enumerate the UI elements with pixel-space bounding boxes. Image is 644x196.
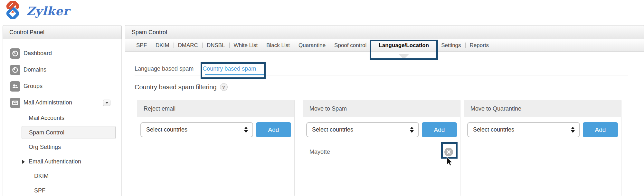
sidebar-item-org-settings[interactable]: Org Settings	[3, 140, 121, 154]
sidebar-item-label: SPF	[34, 187, 45, 194]
move-to-quarantine-country-select[interactable]: Select countries	[467, 122, 580, 137]
select-value: Select countries	[146, 126, 187, 133]
sidebar-item-label: Domains	[24, 66, 46, 73]
mail-administration-collapse-button[interactable]	[103, 100, 110, 106]
remove-country-button[interactable]	[444, 148, 453, 156]
zylker-logo-icon	[4, 1, 22, 21]
reject-email-add-button[interactable]: Add	[256, 122, 291, 137]
active-subtab-underline	[205, 74, 266, 75]
dashboard-icon	[10, 48, 20, 59]
panel-move-to-quarantine: Move to Quarantine Select countries Add	[464, 100, 621, 196]
select-arrows-icon	[571, 127, 575, 133]
select-value: Select countries	[473, 126, 514, 133]
move-to-quarantine-country-list	[464, 143, 621, 196]
sidebar-item-label: Email Authentication	[29, 158, 81, 165]
sidebar-item-spam-control[interactable]: Spam Control	[22, 126, 116, 139]
sidebar-item-label: Mail Administration	[24, 99, 72, 106]
sidebar-item-email-authentication[interactable]: Email Authentication	[3, 154, 121, 169]
help-icon[interactable]: ?	[220, 83, 228, 91]
brand-name: Zylker	[26, 4, 70, 18]
expand-triangle-icon	[22, 160, 25, 164]
tab-reports[interactable]: Reports	[466, 42, 493, 49]
move-to-spam-country-select[interactable]: Select countries	[306, 122, 419, 137]
page-title: Spam Control	[125, 25, 644, 39]
country-name: Mayotte	[309, 149, 330, 155]
sidebar-item-label: DKIM	[34, 173, 49, 180]
select-arrows-icon	[244, 127, 248, 133]
subtab-language-based-spam[interactable]: Language based spam	[135, 65, 194, 72]
country-list-item: Mayotte	[303, 143, 460, 156]
panel-title: Move to Spam	[303, 100, 460, 117]
panel-controls: Select countries Add	[303, 117, 460, 143]
select-value: Select countries	[312, 126, 353, 133]
sidebar-item-spf[interactable]: SPF	[3, 183, 121, 196]
panel-title: Move to Quarantine	[464, 100, 621, 117]
panel-controls: Select countries Add	[464, 117, 621, 143]
panel-controls: Select countries Add	[137, 117, 294, 143]
tab-spf[interactable]: SPF	[132, 42, 151, 49]
panel-reject-email: Reject email Select countries Add	[137, 100, 295, 196]
sidebar-item-label: Mail Accounts	[29, 115, 64, 122]
tab-spoof-control[interactable]: Spoof control	[330, 42, 371, 49]
section-heading-row: Country based spam filtering ?	[135, 83, 228, 91]
mail-icon	[10, 98, 20, 108]
close-icon	[447, 150, 451, 154]
move-to-spam-country-list: Mayotte	[303, 143, 460, 196]
tab-settings[interactable]: Settings	[437, 42, 465, 49]
sidebar-title: Control Panel	[3, 25, 122, 39]
groups-icon	[10, 81, 20, 92]
active-tab-caret-icon	[399, 54, 409, 59]
page: Zylker Control Panel Dashboard	[0, 0, 644, 196]
move-to-spam-add-button[interactable]: Add	[422, 122, 457, 137]
chevron-down-icon	[105, 102, 109, 104]
tab-label: Language/Location	[379, 42, 429, 48]
sidebar-item-groups[interactable]: Groups	[3, 78, 121, 94]
tab-quarantine[interactable]: Quarantine	[294, 42, 330, 49]
move-to-quarantine-add-button[interactable]: Add	[583, 122, 618, 137]
sidebar-item-label: Spam Control	[29, 129, 64, 136]
panel-move-to-spam: Move to Spam Select countries Add Mayott…	[303, 100, 460, 196]
reject-email-country-select[interactable]: Select countries	[140, 122, 253, 137]
tab-black-list[interactable]: Black List	[262, 42, 294, 49]
select-arrows-icon	[410, 127, 414, 133]
reject-email-country-list	[137, 143, 294, 196]
section-heading: Country based spam filtering	[135, 83, 217, 91]
tab-language-location[interactable]: Language/Location	[371, 42, 437, 49]
sidebar-item-domains[interactable]: Domains	[3, 62, 121, 78]
sidebar: Control Panel Dashboard	[3, 25, 122, 196]
spam-subtabs: Language based spam Country based spam	[135, 65, 265, 72]
sidebar-item-mail-administration[interactable]: Mail Administration	[3, 94, 121, 111]
panel-title: Reject email	[137, 100, 294, 117]
sidebar-item-label: Groups	[24, 83, 43, 90]
sidebar-nav: Dashboard Domains	[3, 39, 122, 196]
sidebar-item-dashboard[interactable]: Dashboard	[3, 45, 121, 62]
subtab-country-based-spam[interactable]: Country based spam	[202, 65, 257, 72]
tab-white-list[interactable]: White List	[230, 42, 262, 49]
sidebar-item-label: Org Settings	[29, 144, 61, 151]
tab-dnsbl[interactable]: DNSBL	[203, 42, 229, 49]
sidebar-item-dkim[interactable]: DKIM	[3, 169, 121, 183]
globe-icon	[10, 65, 20, 75]
tab-dkim[interactable]: DKIM	[151, 42, 174, 49]
brand-logo: Zylker	[4, 1, 70, 21]
tab-dmarc[interactable]: DMARC	[174, 42, 202, 49]
sidebar-item-label: Dashboard	[24, 50, 52, 57]
sidebar-item-mail-accounts[interactable]: Mail Accounts	[3, 111, 121, 125]
spam-control-tabs: SPF DKIM DMARC DNSBL White List Black Li…	[125, 39, 644, 52]
